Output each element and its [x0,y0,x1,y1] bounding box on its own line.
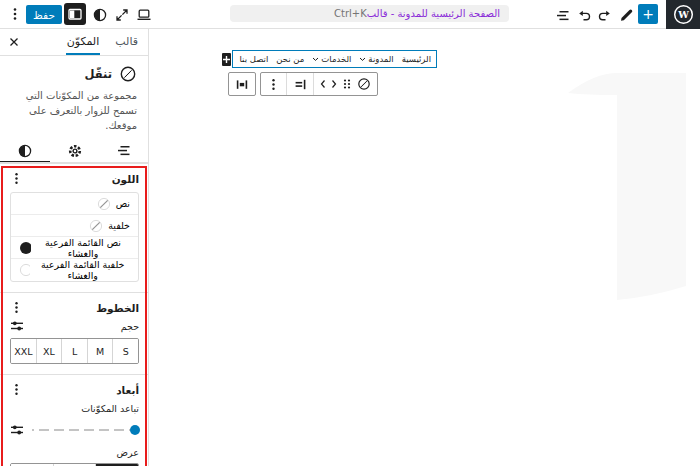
list-view-icon [117,143,132,158]
contrast-icon [17,143,33,159]
document-title: الصفحة الرئيسية للمدونة - قالب [367,8,500,19]
more-vertical-icon [267,78,280,91]
device-preview-button[interactable] [135,6,153,24]
color-options-menu-button[interactable] [10,172,23,185]
font-size-option-m[interactable]: M [88,339,114,363]
nav-item-label: الخدمات [321,54,351,64]
pencil-icon [618,7,634,23]
list-view-button[interactable] [554,6,572,24]
drag-handle-icon [342,78,352,90]
undo-icon [576,8,592,23]
svg-text:W: W [677,9,689,20]
toolbar-more-options-button[interactable] [261,73,287,95]
nav-item-label: من نحن [276,54,304,64]
sidebar-toggle-button[interactable] [64,3,86,25]
gear-icon [67,143,83,159]
slider-handle[interactable] [130,425,140,435]
font-size-option-s[interactable]: S [113,339,138,363]
width-label: عرض [117,447,139,458]
justify-space-between-icon [235,78,249,91]
command-shortcut: Ctrl+K [334,8,367,19]
add-nav-item-button[interactable] [222,53,231,66]
editor-top-bar: حفظ الصفحة الرئيسية للمدونة - قالب Ctrl+… [0,0,700,29]
more-vertical-icon [10,301,23,314]
nav-item-label: الرئيسية [402,54,431,64]
color-white-indicator-icon [19,263,30,277]
block-card-description: مجموعة من المكوّنات التي تسمح للزوار بال… [12,88,137,133]
color-settings-list: نص خلفية نص القائمة الفرعية والغشاء [10,192,139,282]
plus-icon [222,55,231,64]
tab-list-view[interactable] [99,140,149,162]
color-row-label: خلفية [108,220,130,231]
font-size-option-xl[interactable]: XL [37,339,63,363]
font-size-option-xxl[interactable]: XXL [11,339,37,363]
sidebar-panel-icon [67,6,83,22]
styles-toggle-button[interactable] [91,6,109,24]
move-right-icon [331,79,337,89]
navigation-block-icon [119,65,137,83]
block-inspector-tabs [0,140,149,163]
font-size-option-l[interactable]: L [62,339,88,363]
color-row-submenu-background[interactable]: خلفية القائمة الفرعية والغشاء [11,259,138,281]
zoom-out-view-button[interactable] [113,6,131,24]
tab-block[interactable]: المكوّن [66,29,101,55]
more-options-button[interactable] [7,6,23,22]
edit-mode-button[interactable] [617,6,635,24]
nav-item-about[interactable]: من نحن [276,54,304,64]
color-row-label: نص [116,198,130,209]
navigation-block-icon [357,77,371,91]
chevron-down-icon [312,57,319,62]
dimensions-panel: أبعاد تباعد المكوّنات عرض Fit Grow [0,374,149,466]
nav-item-home[interactable]: الرئيسية [402,54,431,64]
color-row-submenu-text[interactable]: نص القائمة الفرعية والغشاء [11,237,138,259]
plus-icon: + [642,7,654,21]
contrast-icon [92,7,108,23]
dimensions-options-menu-button[interactable] [10,383,23,396]
block-inserter-button[interactable]: + [638,4,658,24]
block-spacing-slider[interactable] [32,429,139,431]
tab-styles[interactable] [0,140,50,162]
block-card-title: تنقّل [84,67,112,81]
close-sidebar-button[interactable] [8,36,20,48]
redo-icon [597,8,613,23]
typography-panel: الخطوط حجم S M L XL XXL [0,292,149,374]
custom-size-toggle-button[interactable] [10,319,24,333]
redo-button[interactable] [596,6,614,24]
nav-item-label: اتصل بنا [239,54,268,64]
nav-item-blog[interactable]: المدونة [359,54,393,64]
nav-item-services[interactable]: الخدمات [312,54,351,64]
block-toolbar [228,72,378,96]
block-switcher-group[interactable] [314,73,377,95]
more-vertical-icon [10,383,23,396]
save-button[interactable]: حفظ [26,5,62,24]
typography-options-menu-button[interactable] [10,301,23,314]
color-unset-indicator-icon [97,197,111,211]
navigation-block[interactable]: الرئيسية المدونة الخدمات من نحن اتصل بنا [232,50,437,68]
nav-item-label: المدونة [368,54,393,64]
more-vertical-icon [10,172,23,185]
color-row-label: نص القائمة الفرعية والغشاء [36,237,130,259]
undo-button[interactable] [575,6,593,24]
align-button[interactable] [287,73,314,95]
tab-settings[interactable] [50,140,100,162]
font-size-segmented-control: S M L XL XXL [10,338,139,364]
command-palette-button[interactable]: الصفحة الرئيسية للمدونة - قالب Ctrl+K [230,5,509,22]
sidebar-tab-bar: قالب المكوّن [0,29,149,56]
wordpress-menu-button[interactable]: W [666,0,700,29]
expand-diagonal-icon [114,7,130,23]
wordpress-logo-icon: W [673,4,694,25]
chevron-down-icon [359,57,366,62]
justification-button[interactable] [229,73,255,95]
nav-item-contact[interactable]: اتصل بنا [239,54,268,64]
dimensions-panel-title: أبعاد [116,384,139,396]
tab-template[interactable]: قالب [114,29,139,55]
block-toolbar-main [260,72,378,96]
color-row-text[interactable]: نص [11,193,138,215]
editor-canvas: الرئيسية المدونة الخدمات من نحن اتصل بنا [149,29,700,466]
custom-spacing-toggle-button[interactable] [10,423,24,437]
color-row-background[interactable]: خلفية [11,215,138,237]
block-toolbar-justification [228,72,256,96]
settings-sidebar: قالب المكوّن تنقّل مجموعة من المكوّنات ا… [0,29,149,466]
color-unset-indicator-icon [89,219,103,233]
font-size-label: حجم [121,321,139,332]
